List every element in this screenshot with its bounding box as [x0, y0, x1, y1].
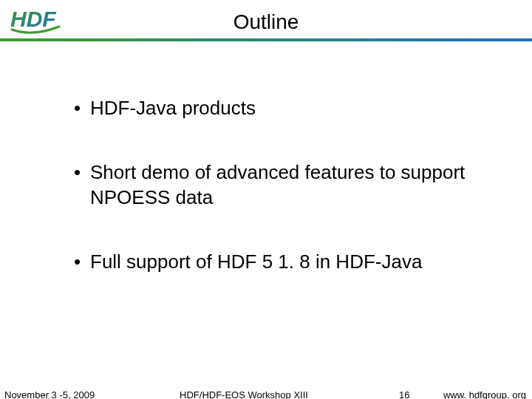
bullet-text: Short demo of advanced features to suppo…	[90, 160, 488, 210]
bullet-dot-icon: •	[74, 96, 90, 120]
footer-url: www. hdfgroup. org	[443, 389, 526, 400]
footer-page-number: 16	[399, 389, 409, 400]
bullet-item: • Full support of HDF 5 1. 8 in HDF-Java	[74, 250, 488, 274]
bullet-item: • Short demo of advanced features to sup…	[74, 160, 488, 210]
bullet-item: • HDF-Java products	[74, 96, 488, 120]
slide-title: Outline	[0, 10, 532, 34]
bullet-dot-icon: •	[74, 160, 90, 185]
body-content: • HDF-Java products • Short demo of adva…	[74, 96, 488, 314]
title-divider	[0, 38, 532, 41]
slide: HDF Outline • HDF-Java products • Short …	[0, 0, 532, 399]
bullet-dot-icon: •	[74, 250, 90, 274]
bullet-text: Full support of HDF 5 1. 8 in HDF-Java	[90, 250, 488, 274]
bullet-text: HDF-Java products	[90, 96, 488, 120]
